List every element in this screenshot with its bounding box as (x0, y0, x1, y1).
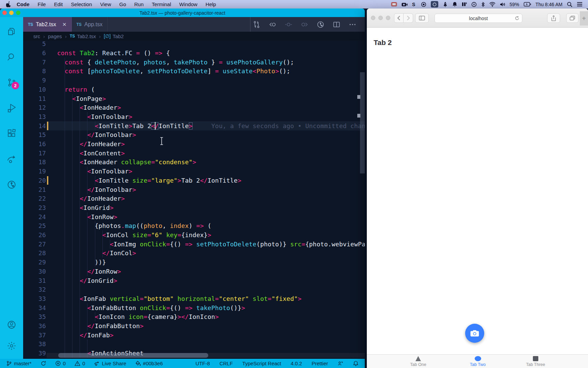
code-line[interactable]: 14 <IonTitle>Tab 2</IonTitle> You, a few… (23, 121, 365, 131)
code-text[interactable]: </IonToolbar> (57, 130, 136, 139)
line-number[interactable]: 35 (23, 312, 46, 321)
code-text[interactable]: <IonFabButton onClick={() => takePhoto()… (57, 303, 245, 312)
breadcrumb-item-pages[interactable]: pages (48, 33, 62, 39)
volume-icon[interactable] (500, 2, 505, 7)
timeline-icon[interactable] (316, 20, 325, 29)
reload-icon[interactable] (515, 16, 519, 20)
menu-item-selection[interactable]: Selection (71, 1, 92, 7)
git-branch-status[interactable]: master* (6, 361, 32, 366)
line-number[interactable]: 12 (23, 103, 46, 112)
wifi-icon[interactable] (489, 2, 495, 7)
breadcrumb-item-tab2-tsx[interactable]: TSTab2.tsx (70, 33, 96, 39)
code-text[interactable]: <IonRow> (57, 212, 117, 221)
spotlight-icon[interactable] (567, 2, 572, 7)
activity-scm-icon[interactable]: 2 (3, 74, 20, 91)
activity-search-icon[interactable] (3, 49, 20, 65)
menu-item-go[interactable]: Go (119, 1, 126, 7)
tab-tab2-tsx[interactable]: TSTab2.tsx✕ (23, 17, 72, 32)
line-number[interactable]: 11 (23, 94, 46, 103)
ion-tab-tab-two[interactable]: Tab Two (457, 356, 498, 367)
code-line[interactable]: 8 const [photoToDelete, setPhotoToDelete… (23, 66, 365, 76)
activity-liveshare-icon[interactable] (3, 151, 20, 167)
code-line[interactable]: 19 <IonToolbar> (23, 167, 365, 176)
minimize-traffic-light[interactable] (9, 11, 14, 15)
screen-record-icon[interactable] (431, 1, 438, 7)
line-number[interactable]: 31 (23, 276, 46, 285)
code-text[interactable]: const Tab2: React.FC = () => { (57, 48, 170, 58)
menu-item-run[interactable]: Run (134, 1, 144, 7)
code-line[interactable]: 25 {photos.map((photo, index) => ( (23, 221, 365, 230)
live-share-status[interactable]: Live Share (94, 361, 126, 366)
code-text[interactable]: ))} (57, 258, 106, 267)
code-line[interactable]: 32 (23, 285, 365, 294)
code-line[interactable]: 30 </IonRow> (23, 267, 365, 276)
apple-menu-icon[interactable] (6, 1, 11, 7)
code-line[interactable]: 20 <IonTitle size="large">Tab 2</IonTitl… (23, 176, 365, 185)
more-icon[interactable] (348, 20, 357, 29)
tab-app-tsx[interactable]: TSApp.tsx (72, 17, 108, 32)
s-app-icon[interactable]: S (412, 2, 416, 7)
bluetooth-icon[interactable] (481, 2, 485, 7)
code-text[interactable]: const { deletePhoto, photos, takePhoto }… (57, 58, 294, 67)
line-number[interactable]: 20 (23, 176, 46, 185)
line-number[interactable]: 24 (23, 212, 46, 221)
back-button[interactable] (394, 13, 404, 23)
ts-version[interactable]: 4.0.2 (291, 361, 302, 366)
ion-tab-tab-one[interactable]: Tab One (398, 356, 439, 367)
code-line[interactable]: 12 <IonHeader> (23, 103, 365, 112)
code-text[interactable]: </IonHeader> (57, 194, 125, 203)
line-number[interactable]: 8 (23, 66, 46, 76)
line-number[interactable]: 5 (23, 41, 46, 48)
menu-item-terminal[interactable]: Terminal (152, 1, 171, 7)
code-line[interactable]: 33 <IonFab vertical="bottom" horizontal=… (23, 294, 365, 303)
line-number[interactable]: 19 (23, 167, 46, 176)
code-line[interactable]: 31 </IonGrid> (23, 276, 365, 285)
code-text[interactable]: <IonIcon icon={camera}></IonIcon> (57, 312, 219, 321)
line-number[interactable]: 39 (23, 349, 46, 358)
code-line[interactable]: 36 </IonFabButton> (23, 321, 365, 331)
menu-item-file[interactable]: File (38, 1, 46, 7)
code-line[interactable]: 23 <IonGrid> (23, 203, 365, 212)
close-tab-icon[interactable]: ✕ (62, 21, 67, 28)
line-number[interactable]: 38 (23, 339, 46, 349)
menu-list-icon[interactable] (577, 2, 583, 6)
formatter[interactable]: Prettier (312, 361, 328, 366)
next-change-icon[interactable] (300, 20, 309, 29)
address-bar[interactable]: localhost (435, 14, 522, 23)
menu-item-view[interactable]: View (100, 1, 111, 7)
zoom-traffic-light[interactable] (386, 16, 390, 20)
line-number[interactable]: 28 (23, 248, 46, 258)
compass-icon[interactable] (471, 2, 477, 7)
line-number[interactable]: 36 (23, 321, 46, 331)
line-number[interactable]: 14 (23, 121, 46, 131)
ion-tab-tab-three[interactable]: Tab Three (515, 356, 556, 367)
split-editor-icon[interactable] (332, 20, 341, 29)
code-line[interactable]: 24 <IonRow> (23, 212, 365, 221)
close-traffic-light[interactable] (371, 16, 375, 20)
filmstrip-icon[interactable] (391, 2, 397, 7)
line-number[interactable]: 9 (23, 76, 46, 85)
minimize-traffic-light[interactable] (378, 16, 383, 20)
code-text[interactable]: <IonToolbar> (57, 167, 132, 176)
line-number[interactable]: 10 (23, 85, 46, 94)
line-number[interactable]: 27 (23, 240, 46, 249)
sidebar-icon[interactable] (415, 13, 429, 23)
peacock-color[interactable]: #00b3e6 (135, 361, 163, 366)
code-text[interactable]: <IonCol size="6" key={index}> (57, 230, 211, 240)
language-mode[interactable]: TypeScript React (242, 361, 281, 366)
code-text[interactable]: <IonContent> (57, 149, 125, 158)
code-line[interactable]: 26 <IonCol size="6" key={index}> (23, 230, 365, 240)
line-number[interactable]: 16 (23, 139, 46, 149)
vertical-scrollbar[interactable] (360, 72, 365, 173)
activity-files-icon[interactable] (3, 23, 20, 40)
git-compare-icon[interactable] (252, 20, 261, 29)
code-line[interactable]: 17 <IonContent> (23, 149, 365, 158)
sync-status[interactable] (40, 361, 46, 366)
code-line[interactable]: 16 </IonHeader> (23, 139, 365, 149)
code-text[interactable]: <IonToolbar> (57, 112, 132, 121)
code-text[interactable]: </IonHeader> (57, 139, 125, 149)
battery-icon[interactable] (524, 2, 531, 6)
code-line[interactable]: 7 const { deletePhoto, photos, takePhoto… (23, 58, 365, 67)
code-line[interactable]: 34 <IonFabButton onClick={() => takePhot… (23, 303, 365, 312)
zoom-traffic-light[interactable] (16, 11, 20, 15)
